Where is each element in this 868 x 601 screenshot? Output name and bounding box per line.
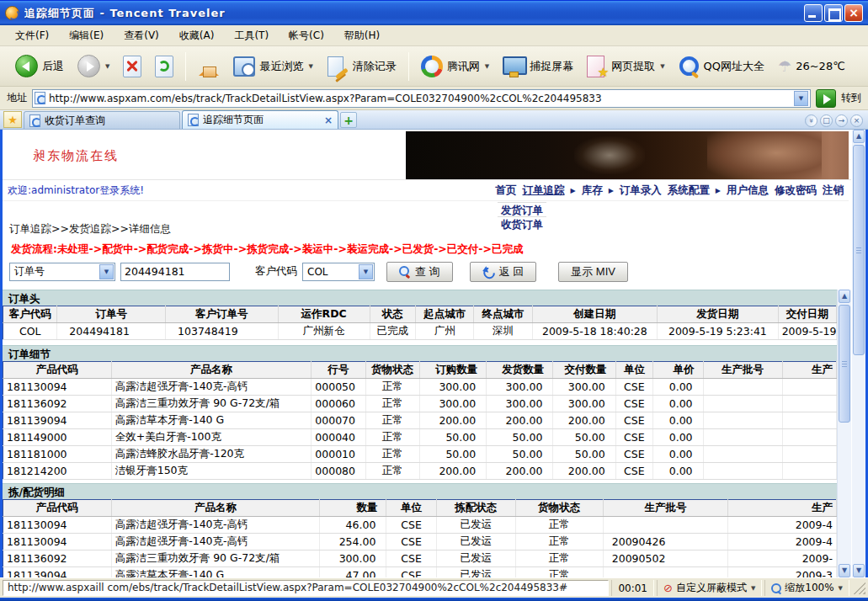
menu-edit[interactable]: 编辑(E)	[61, 26, 112, 45]
zoom-control[interactable]: 缩放100% ▼	[764, 580, 849, 596]
scrollbar-thumb[interactable]	[853, 145, 865, 355]
customer-code-select[interactable]: COL ▼	[302, 263, 375, 281]
close-button[interactable]: ×	[844, 4, 863, 22]
recent-button[interactable]: 最近浏览 ▼	[226, 52, 319, 81]
close-icon: ×	[845, 5, 862, 21]
refresh-icon	[155, 56, 173, 77]
menu-account[interactable]: 帐号(C)	[280, 26, 333, 45]
next-tab-button[interactable]: →	[835, 114, 848, 127]
column-header: 生产批号	[603, 500, 728, 517]
browser-scrollbar[interactable]: ▲ ▼	[851, 130, 865, 577]
clear-history-button[interactable]: 清除记录	[320, 51, 403, 82]
search-row: 订单号 ▼ 客户代码 COL ▼ 查 询 返 回 显示 M	[9, 260, 843, 283]
refresh-button[interactable]	[148, 51, 180, 82]
tencent-dropdown-icon[interactable]: ▼	[485, 63, 489, 70]
close-tab-button[interactable]: ×	[850, 114, 863, 127]
qq-nav-button[interactable]: QQ网址大全	[672, 51, 771, 81]
extract-dropdown-icon[interactable]: ▼	[660, 63, 664, 70]
forward-dropdown-icon[interactable]: ▼	[105, 63, 109, 70]
stop-button[interactable]	[116, 51, 148, 82]
toolbar-separator	[408, 52, 409, 81]
column-header: 终点城市	[474, 306, 532, 323]
forward-button[interactable]: ▼	[71, 51, 116, 82]
menu-help[interactable]: 帮助(H)	[336, 26, 388, 45]
order-number-input[interactable]	[120, 263, 230, 281]
recent-dropdown-icon[interactable]: ▼	[308, 63, 312, 70]
menu-view[interactable]: 查看(V)	[115, 26, 168, 45]
column-header: 货物状态	[515, 500, 603, 517]
nav-change-password[interactable]: 修改密码	[775, 183, 817, 198]
chevron-down-icon: ▼	[839, 585, 843, 592]
column-header: 生产	[728, 500, 837, 517]
resize-grip[interactable]	[854, 582, 865, 594]
table-row: 181214200洁银牙膏150克000080正常200.00200.00200…	[3, 463, 837, 480]
maximize-button[interactable]	[824, 4, 843, 22]
new-tab-button[interactable]: +	[340, 112, 357, 128]
show-miv-button[interactable]: 显示 MIV	[558, 262, 628, 282]
menu-tools[interactable]: 工具(T)	[226, 26, 277, 45]
block-mode-control[interactable]: ⊘ 自定义屏蔽模式 ▼	[657, 580, 762, 596]
stop-icon	[123, 56, 141, 77]
submenu-receive-order[interactable]: 收货订单	[498, 216, 546, 231]
return-button[interactable]: 返 回	[470, 262, 537, 282]
search-type-select[interactable]: 订单号 ▼	[9, 263, 115, 281]
status-bar: http://www.aspxaill com/ebs/track/TrackD…	[0, 577, 868, 598]
home-button[interactable]	[191, 52, 226, 81]
nav-system-config[interactable]: 系统配置	[668, 183, 710, 198]
nav-home[interactable]: 首页	[496, 183, 517, 198]
site-banner: 昶东物流在线	[3, 131, 851, 180]
minimize-button[interactable]	[804, 4, 823, 22]
column-header: 生产批号	[703, 362, 782, 379]
scroll-down-icon[interactable]: ▼	[839, 564, 850, 577]
address-url[interactable]: http://www.aspxam.com/ebs/track/TrackDet…	[49, 93, 791, 104]
zoom-label: 缩放100%	[785, 581, 833, 595]
table-row: 181139094高露洁草本牙膏-140 G47.00CSE已发运正常2009-…	[3, 567, 837, 578]
column-header: 货物状态	[365, 362, 419, 379]
tab-receive-order-query[interactable]: 收货订单查询	[24, 111, 180, 129]
tab-list-button[interactable]: »	[805, 114, 817, 127]
scroll-up-icon[interactable]: ▲	[853, 130, 865, 143]
capture-screen-button[interactable]: 捕捉屏幕	[496, 52, 580, 81]
nav-logout[interactable]: 注销	[823, 183, 844, 198]
page-scrollbar[interactable]: ▲ ▼	[837, 290, 851, 577]
browser-window: 追踪细节页面 - Tencent Traveler × 文件(F) 编辑(E) …	[0, 0, 868, 601]
submenu-ship-order[interactable]: 发货订单	[498, 202, 546, 216]
tab-track-detail[interactable]: 追踪细节页面 ×	[182, 110, 338, 129]
column-header: 单位	[615, 362, 653, 379]
page-icon	[35, 92, 45, 104]
nav-order-entry[interactable]: 订单录入	[620, 183, 662, 198]
go-label[interactable]: 转到	[841, 91, 861, 105]
weather-widget[interactable]: ☂ 26~28℃	[771, 53, 852, 79]
address-input[interactable]: http://www.aspxam.com/ebs/track/TrackDet…	[32, 89, 811, 108]
site-logo: 昶东物流在线	[33, 148, 119, 164]
tab-close-icon[interactable]: ×	[324, 114, 333, 126]
address-dropdown-icon[interactable]: ▼	[794, 91, 808, 106]
column-header: 产品名称	[111, 362, 312, 379]
go-button[interactable]	[816, 89, 836, 108]
nav-inventory[interactable]: 库存	[582, 183, 603, 198]
home-icon	[198, 56, 220, 77]
monitor-icon	[503, 56, 525, 77]
nav-order-track[interactable]: 订单追踪	[523, 183, 565, 198]
column-header: 生产	[782, 362, 836, 379]
address-bar: 地址 http://www.aspxam.com/ebs/track/Track…	[0, 87, 868, 110]
tencent-site-button[interactable]: 腾讯网 ▼	[414, 51, 496, 82]
table-row: 181130094高露洁超强牙膏-140克-高钙000050正常300.0030…	[3, 379, 837, 396]
nav-user-info[interactable]: 用户信息	[727, 183, 769, 198]
table-row: 181181000高露洁蜂胶水晶牙膏-120克000010正常50.0050.0…	[3, 446, 837, 463]
menu-file[interactable]: 文件(F)	[7, 26, 57, 45]
extract-page-button[interactable]: ★ 网页提取 ▼	[580, 51, 671, 82]
query-button[interactable]: 查 询	[386, 262, 453, 282]
scroll-down-icon[interactable]: ▼	[853, 564, 865, 577]
back-button[interactable]: 后退	[8, 51, 71, 82]
recent-label: 最近浏览	[259, 59, 303, 74]
extract-label: 网页提取	[611, 59, 655, 74]
order-header-section-title: 订单头	[3, 290, 837, 306]
restore-tab-button[interactable]: □	[820, 114, 833, 127]
return-label: 返 回	[499, 264, 525, 279]
column-header: 客户代码	[3, 306, 57, 323]
scroll-up-icon[interactable]: ▲	[839, 290, 850, 303]
favorites-star-button[interactable]: ★	[3, 111, 22, 128]
menu-favorites[interactable]: 收藏(A)	[171, 26, 223, 45]
scrollbar-thumb[interactable]	[839, 305, 850, 423]
